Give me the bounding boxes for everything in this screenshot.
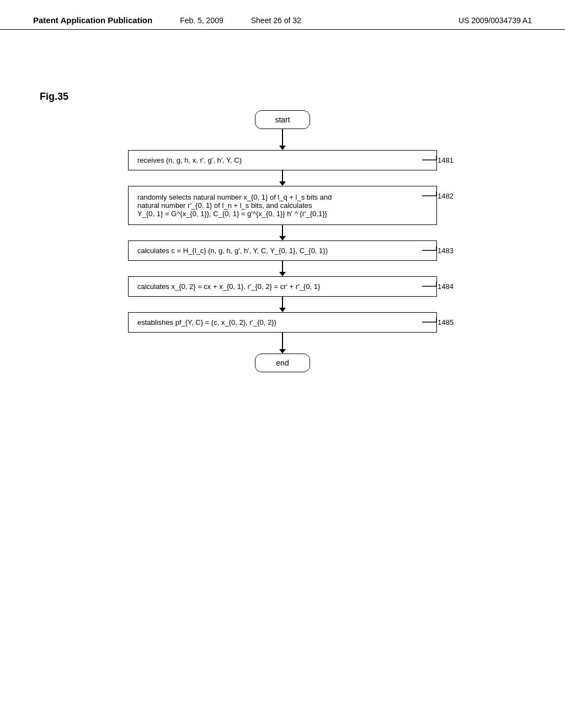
step-text-1482: randomly selects natural number x_{0, 1}… [137, 193, 332, 218]
connector-1 [279, 170, 286, 186]
step-row-1484: calculates x_{0, 2} = cx + x_{0, 1}, r'_… [89, 276, 476, 297]
diagram-area: start receives (n, g, h, x, r', g', h', … [0, 110, 565, 372]
step-text-1481: receives (n, g, h, x, r', g', h', Y, C) [137, 156, 242, 164]
step-label-1482: 1482 [421, 190, 454, 201]
step-box-1481: receives (n, g, h, x, r', g', h', Y, C) [128, 150, 437, 170]
header: Patent Application Publication Feb. 5, 2… [0, 0, 565, 30]
connector-5 [279, 333, 286, 354]
step-box-1484: calculates x_{0, 2} = cx + x_{0, 1}, r'_… [128, 276, 437, 297]
step-box-1485: establishes pf_{Y, C} = (c, x_{0, 2}, r'… [128, 312, 437, 333]
step-label-1481: 1481 [421, 154, 454, 165]
connector-2 [279, 225, 286, 240]
step-label-1483: 1483 [421, 245, 454, 256]
patent-label: Patent Application Publication [33, 15, 152, 25]
step-label-1484: 1484 [421, 281, 454, 292]
step-box-1483: calculates c = H_{l_c} (n, g, h, g', h',… [128, 240, 437, 261]
step-row-1483: calculates c = H_{l_c} (n, g, h, g', h',… [89, 240, 476, 261]
header-number: US 2009/0034739 A1 [459, 16, 532, 25]
fig-label: Fig.35 [40, 91, 68, 103]
end-node: end [255, 354, 310, 372]
page: Patent Application Publication Feb. 5, 2… [0, 0, 565, 728]
connector-3 [279, 261, 286, 276]
bracket-icon-1485 [421, 317, 438, 328]
step-row-1481: receives (n, g, h, x, r', g', h', Y, C) … [89, 150, 476, 170]
step-text-1483: calculates c = H_{l_c} (n, g, h, g', h',… [137, 247, 328, 255]
connector-4 [279, 297, 286, 312]
bracket-icon-1483 [421, 245, 438, 256]
bracket-icon-1481 [421, 154, 438, 165]
header-sheet: Sheet 26 of 32 [251, 16, 301, 25]
start-box: start [255, 110, 310, 129]
flow-container: start receives (n, g, h, x, r', g', h', … [89, 110, 476, 372]
end-box: end [255, 354, 310, 372]
bracket-icon-1482 [421, 190, 438, 201]
step-text-1485: establishes pf_{Y, C} = (c, x_{0, 2}, r'… [137, 318, 276, 326]
bracket-icon-1484 [421, 281, 438, 292]
header-date: Feb. 5, 2009 [180, 16, 223, 25]
step-box-1482: randomly selects natural number x_{0, 1}… [128, 186, 437, 225]
step-label-1485: 1485 [421, 317, 454, 328]
step-row-1482: randomly selects natural number x_{0, 1}… [89, 186, 476, 225]
step-row-1485: establishes pf_{Y, C} = (c, x_{0, 2}, r'… [89, 312, 476, 333]
step-text-1484: calculates x_{0, 2} = cx + x_{0, 1}, r'_… [137, 282, 320, 291]
start-node: start [255, 110, 310, 129]
connector-0 [279, 129, 286, 150]
